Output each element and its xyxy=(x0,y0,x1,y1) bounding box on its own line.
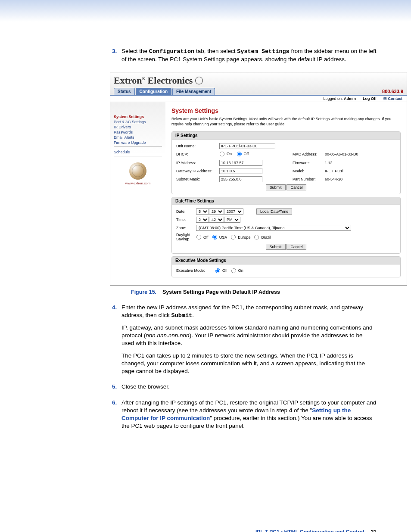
ip-address-input[interactable] xyxy=(219,160,262,166)
ss-header: Extron® Electronics Status Configuration… xyxy=(110,72,407,96)
exec-on-radio[interactable]: On xyxy=(231,268,243,274)
text: Off xyxy=(203,235,209,240)
phone-number: 800.633.9 xyxy=(382,89,403,94)
sidebar-seal-icon xyxy=(129,162,146,180)
text: Contact xyxy=(388,96,403,101)
partnum-value: 60-544-20 xyxy=(325,177,342,181)
step-6: 6. After changing the IP settings of the… xyxy=(112,399,377,435)
panel-body: Unit Name: DHCP: On Off MAC Address: xyxy=(172,140,400,194)
date-month-select[interactable]: 5 xyxy=(196,208,209,215)
sidebar-divider xyxy=(114,156,162,156)
figure-number: Figure 15. xyxy=(131,289,156,295)
subnet-input[interactable] xyxy=(219,176,262,182)
ds-off-radio[interactable]: Off xyxy=(196,234,209,240)
tab-bar: Status Configuration File Management xyxy=(114,88,403,95)
datetime-panel: Date/Time Settings Date: 5 29 2007 Local… xyxy=(171,197,401,254)
time-label: Time: xyxy=(176,218,196,222)
sidebar-item-schedule[interactable]: Schedule xyxy=(114,149,162,155)
page-content: 3. Select the Configuration tab, then se… xyxy=(0,22,411,532)
exec-off-radio[interactable]: Off xyxy=(215,268,227,274)
ip-submit-button[interactable]: Submit xyxy=(266,184,286,190)
code-text: Submit xyxy=(171,312,193,319)
time-hour-select[interactable]: 2 xyxy=(196,217,209,223)
dhcp-on-radio[interactable]: On xyxy=(219,151,232,157)
zone-select[interactable]: (GMT-08:00) Pacific Time (US & Canada), … xyxy=(196,225,351,231)
firmware-value: 1.12 xyxy=(325,161,333,165)
ip-settings-panel: IP Settings Unit Name: DHCP: On Off xyxy=(171,131,401,194)
time-ampm-select[interactable]: PM xyxy=(224,217,240,223)
contact-link[interactable]: ✉ Contact xyxy=(383,96,402,101)
dt-cancel-button[interactable]: Cancel xyxy=(286,244,306,250)
model-value: IPL T PC1i xyxy=(325,169,343,173)
local-datetime-button[interactable]: Local Date/Time xyxy=(256,208,292,215)
time-min-select[interactable]: 42 xyxy=(209,217,224,223)
daylight-label: Daylight Saving: xyxy=(176,233,196,242)
instruction-list: 3. Select the Configuration tab, then se… xyxy=(112,47,377,68)
sidebar-item-port-ac[interactable]: Port & AC Settings xyxy=(114,119,162,124)
logoff-link[interactable]: Log Off xyxy=(363,96,377,101)
brand-text: Electronics xyxy=(145,75,193,86)
text: of the " xyxy=(292,407,312,414)
text: Europe xyxy=(238,235,250,240)
text: On xyxy=(227,152,232,156)
tab-configuration[interactable]: Configuration xyxy=(136,88,172,95)
subnet-label: Subnet Mask: xyxy=(176,177,219,181)
ip-address-label: IP Address: xyxy=(176,161,219,165)
sidebar-url[interactable]: www.extron.com xyxy=(114,181,162,185)
figure-caption: Figure 15. System Settings Page with Def… xyxy=(34,289,377,295)
date-day-select[interactable]: 29 xyxy=(209,208,224,215)
text: tab, then select xyxy=(194,48,237,54)
panel-head: IP Settings xyxy=(172,132,400,140)
text: USA xyxy=(219,235,227,240)
page-title: System Settings xyxy=(171,107,401,114)
footer-page-number: 21 xyxy=(371,529,377,532)
sidebar-item-email-alerts[interactable]: Email Alerts xyxy=(114,135,162,140)
exec-mode-label: Executive Mode: xyxy=(176,268,215,273)
page-top-gradient xyxy=(0,0,411,22)
text: The PC1 can takes up to 2 minutes to sto… xyxy=(121,352,377,376)
ss-body: System Settings Port & AC Settings IR Dr… xyxy=(110,102,407,285)
date-year-select[interactable]: 2007 xyxy=(224,208,243,215)
ds-europe-radio[interactable]: Europe xyxy=(230,234,250,240)
step-number: 6. xyxy=(112,399,121,435)
brand-text: Extron xyxy=(114,75,142,86)
logged-user: Admin xyxy=(344,96,356,101)
figure-title: System Settings Page with Default IP Add… xyxy=(162,289,280,295)
ds-brazil-radio[interactable]: Brazil xyxy=(254,234,271,240)
logged-on-label: Logged on: Admin xyxy=(323,96,356,101)
mac-value: 00-05-A6-01-33-D0 xyxy=(325,152,358,156)
sidebar-item-passwords[interactable]: Passwords xyxy=(114,130,162,135)
sidebar-item-ir-drivers[interactable]: IR Drivers xyxy=(114,124,162,130)
partnum-label: Part Number: xyxy=(293,177,325,181)
dhcp-off-radio[interactable]: Off xyxy=(237,151,249,157)
user-bar: Logged on: Admin Log Off ✉ Contact xyxy=(110,96,407,102)
ip-cancel-button[interactable]: Cancel xyxy=(286,184,306,190)
text: Logged on: xyxy=(323,96,342,101)
panel-body: Executive Mode: Off On xyxy=(172,264,400,277)
page-description: Below are your Unit's basic System Setti… xyxy=(171,117,401,127)
step-5: 5. Close the browser. xyxy=(112,383,377,395)
dt-submit-button[interactable]: Submit xyxy=(266,244,286,250)
screenshot-figure: Extron® Electronics Status Configuration… xyxy=(110,72,407,285)
text: . xyxy=(192,312,194,318)
instruction-list: 4. Enter the new IP address assigned for… xyxy=(112,304,377,435)
sidebar: System Settings Port & AC Settings IR Dr… xyxy=(110,102,165,285)
step-3: 3. Select the Configuration tab, then se… xyxy=(112,47,377,68)
ds-usa-radio[interactable]: USA xyxy=(212,234,227,240)
zone-label: Zone: xyxy=(176,226,196,230)
tab-file-management[interactable]: File Management xyxy=(172,88,215,95)
gateway-input[interactable] xyxy=(219,168,262,174)
step-body: Select the Configuration tab, then selec… xyxy=(121,47,377,68)
step-number: 4. xyxy=(112,304,121,380)
sidebar-item-firmware[interactable]: Firmware Upgrade xyxy=(114,140,162,145)
tab-status[interactable]: Status xyxy=(114,88,135,95)
unit-name-label: Unit Name: xyxy=(176,144,219,148)
unit-name-input[interactable] xyxy=(219,143,275,149)
text: Close the browser. xyxy=(121,383,377,391)
main-area: System Settings Below are your Unit's ba… xyxy=(165,102,407,285)
gateway-label: Gateway IP Address: xyxy=(176,169,219,173)
header-right: 800.633.9 xyxy=(382,89,403,94)
sidebar-item-system-settings[interactable]: System Settings xyxy=(114,114,162,119)
mac-label: MAC Address: xyxy=(293,152,325,156)
panel-body: Date: 5 29 2007 Local Date/Time Time: 2 … xyxy=(172,205,400,253)
